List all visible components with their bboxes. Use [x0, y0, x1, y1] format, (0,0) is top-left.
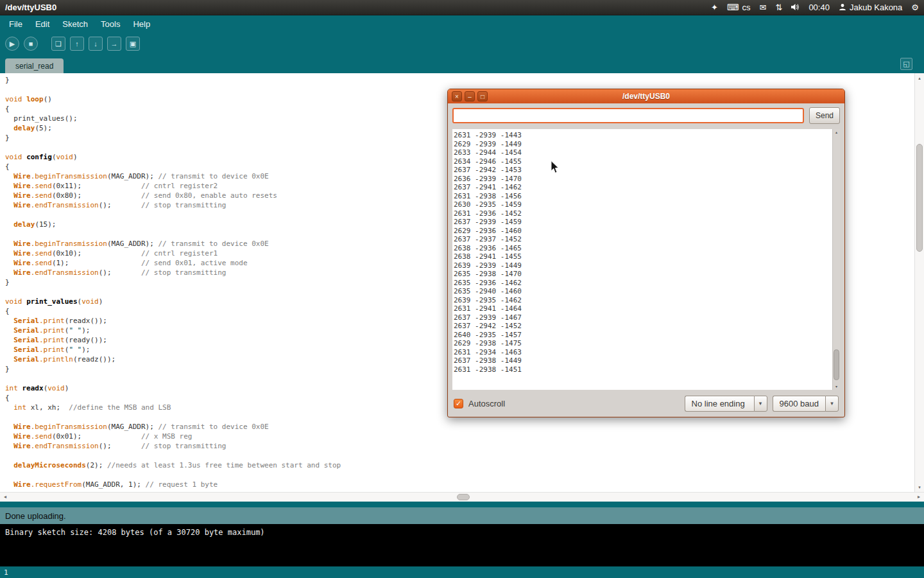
scroll-left-icon[interactable]: ◂	[1, 493, 10, 502]
menu-edit[interactable]: Edit	[29, 17, 56, 31]
user-menu-label: Jakub Kakona	[850, 3, 902, 12]
baud-rate-select[interactable]: 9600 baud ▾	[773, 396, 839, 412]
session-menu-icon[interactable]: ⚙	[911, 3, 919, 12]
line-ending-select[interactable]: No line ending ▾	[685, 396, 767, 412]
minimize-button[interactable]: –	[465, 91, 475, 101]
tab-menu-icon: ◱	[903, 60, 909, 67]
serial-line: 2637 -2939 -1467	[454, 313, 832, 322]
mail-icon: ✉	[760, 3, 767, 12]
keyboard-layout-indicator-label: cs	[742, 3, 751, 12]
serial-line: 2635 -2936 -1462	[454, 279, 832, 288]
editor-vertical-scrollbar[interactable]: ▴ ▾	[914, 73, 924, 492]
serial-line: 2631 -2938 -1451	[454, 365, 832, 374]
starred-indicator-icon: ✦	[711, 3, 718, 12]
serial-monitor-window: ×–□ /dev/ttyUSB0 Send 2631 -2939 -144326…	[447, 89, 845, 417]
code-line: Wire.beginTransmission(MAG_ADDR); // tra…	[5, 422, 914, 432]
toolbar: ▶■❏↑↓→▣	[0, 32, 924, 55]
save-icon: ↓	[94, 40, 98, 48]
serial-scrollbar[interactable]: ▴ ▾	[832, 129, 840, 390]
tab-strip: serial_read ◱	[0, 55, 924, 73]
new-sketch-button[interactable]: ❏	[51, 37, 65, 51]
panel-window-title: /dev/ttyUSB0	[5, 3, 56, 12]
serial-line: 2637 -2939 -1459	[454, 218, 832, 227]
serial-monitor-titlebar[interactable]: ×–□ /dev/ttyUSB0	[448, 89, 844, 103]
serial-line: 2637 -2942 -1452	[454, 322, 832, 331]
code-line: }	[5, 75, 914, 85]
scroll-up-icon[interactable]: ▴	[915, 74, 924, 82]
clock-label: 00:40	[809, 3, 830, 12]
serial-line: 2633 -2944 -1454	[454, 148, 832, 157]
tab-serial-read[interactable]: serial_read	[5, 58, 64, 73]
serial-monitor-icon: ▣	[130, 40, 136, 48]
baud-rate-value[interactable]: 9600 baud	[773, 396, 825, 412]
save-button[interactable]: ↓	[89, 37, 103, 51]
network-traffic-icon[interactable]: ⇅	[775, 3, 782, 12]
serial-line: 2639 -2935 -1462	[454, 296, 832, 305]
verify-button[interactable]: ▶	[5, 37, 19, 51]
menu-tools[interactable]: Tools	[94, 17, 126, 31]
close-button[interactable]: ×	[452, 91, 462, 101]
editor-vscroll-thumb[interactable]	[916, 144, 923, 252]
serial-line: 2638 -2936 -1465	[454, 244, 832, 253]
serial-line: 2640 -2935 -1457	[454, 331, 832, 340]
chevron-down-icon: ▾	[830, 400, 834, 407]
serial-monitor-body: Send 2631 -2939 -14432629 -2939 -1449263…	[448, 103, 844, 417]
menu-bar: FileEditSketchToolsHelp	[0, 15, 924, 32]
scroll-up-icon[interactable]: ▴	[833, 129, 840, 136]
serial-monitor-title: /dev/ttyUSB0	[622, 92, 670, 101]
menu-file[interactable]: File	[3, 17, 29, 31]
line-ending-dropdown-button[interactable]: ▾	[754, 396, 767, 412]
scroll-right-icon[interactable]: ▸	[914, 493, 923, 502]
code-line	[5, 451, 914, 460]
serial-line: 2637 -2941 -1462	[454, 183, 832, 192]
window-buttons: ×–□	[452, 91, 488, 101]
keyboard-layout-indicator[interactable]: ⌨cs	[727, 3, 751, 12]
menu-sketch[interactable]: Sketch	[56, 17, 94, 31]
serial-line: 2631 -2936 -1452	[454, 209, 832, 218]
scroll-down-icon[interactable]: ▾	[915, 483, 924, 491]
status-message: Done uploading.	[5, 511, 66, 521]
tab-label: serial_read	[15, 62, 53, 71]
panel-indicators: ✦⌨cs✉⇅00:40Jakub Kakona⚙	[711, 3, 919, 12]
upload-button[interactable]: →	[107, 37, 121, 51]
autoscroll-checkbox[interactable]: ✓	[454, 399, 463, 408]
serial-line: 2637 -2937 -1452	[454, 235, 832, 244]
line-ending-value[interactable]: No line ending	[685, 396, 754, 412]
stop-icon: ■	[29, 40, 33, 48]
baud-dropdown-button[interactable]: ▾	[825, 396, 839, 412]
build-console: Binary sketch size: 4208 bytes (of a 307…	[0, 524, 924, 566]
maximize-button[interactable]: □	[477, 91, 488, 101]
serial-line: 2634 -2946 -1455	[454, 157, 832, 166]
serial-line: 2635 -2940 -1460	[454, 287, 832, 296]
mail-indicator-icon[interactable]: ✉	[760, 3, 767, 12]
serial-line: 2631 -2941 -1464	[454, 304, 832, 313]
scroll-down-icon[interactable]: ▾	[833, 383, 840, 390]
open-button[interactable]: ↑	[70, 37, 84, 51]
clock[interactable]: 00:40	[809, 3, 830, 12]
check-icon: ✓	[456, 399, 461, 407]
serial-line: 2629 -2938 -1475	[454, 339, 832, 348]
autoscroll-label: Autoscroll	[468, 399, 505, 408]
user-menu[interactable]: Jakub Kakona	[839, 3, 902, 12]
serial-line: 2629 -2939 -1449	[454, 140, 832, 149]
editor-horizontal-scrollbar[interactable]: ◂ ▸	[0, 492, 924, 502]
serial-input[interactable]	[452, 108, 804, 123]
messaging-indicator-icon[interactable]: ✦	[711, 3, 718, 12]
close-icon: ×	[455, 93, 459, 100]
code-line	[5, 470, 914, 480]
serial-monitor-button[interactable]: ▣	[126, 37, 140, 51]
tab-menu-button[interactable]: ◱	[900, 58, 912, 70]
console-text: Binary sketch size: 4208 bytes (of a 307…	[5, 528, 919, 537]
serial-scrollbar-thumb[interactable]	[834, 349, 839, 380]
editor-hscroll-thumb[interactable]	[457, 494, 470, 500]
maximize-icon: □	[481, 93, 484, 100]
send-button[interactable]: Send	[809, 107, 840, 124]
serial-line: 2629 -2936 -1460	[454, 227, 832, 236]
keyboard-layout-icon: ⌨	[727, 3, 739, 12]
divider	[0, 502, 924, 507]
new-icon: ❏	[55, 40, 62, 48]
verify-icon: ▶	[10, 40, 15, 48]
menu-help[interactable]: Help	[126, 17, 157, 31]
volume-icon[interactable]	[791, 3, 800, 12]
stop-button[interactable]: ■	[24, 37, 38, 51]
